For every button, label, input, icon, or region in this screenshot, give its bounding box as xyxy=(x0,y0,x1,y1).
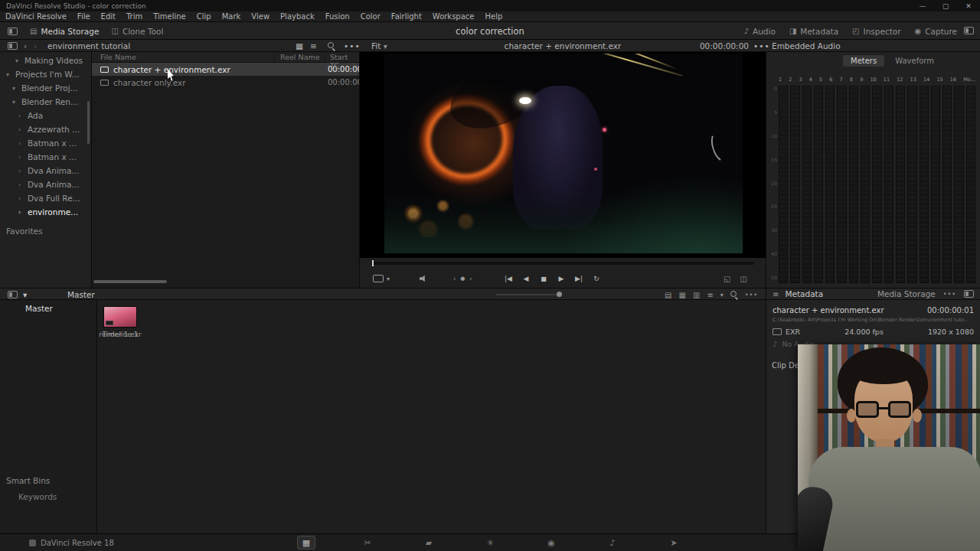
sidebar-item-master[interactable]: Master xyxy=(25,304,53,313)
viewer-scrubber[interactable] xyxy=(371,262,754,265)
bin-breadcrumb-master[interactable]: Master xyxy=(67,289,95,301)
page-media[interactable]: ▦ xyxy=(297,536,315,549)
menu-item[interactable]: Clip xyxy=(191,12,217,21)
pool-panel-toggle-icon[interactable] xyxy=(8,291,18,298)
bin-tree-item[interactable]: ▾ Making Videos xyxy=(0,54,91,67)
bin-tree-item[interactable]: › environme... xyxy=(0,205,91,219)
bin-tree-item[interactable]: › Azzewrath ... xyxy=(0,122,91,136)
stop-button[interactable]: ■ xyxy=(537,276,550,282)
list-view-icon[interactable]: ≡ xyxy=(310,40,317,52)
storage-overflow-menu[interactable]: ••• xyxy=(344,40,361,52)
page-deliver[interactable]: ➤ xyxy=(665,536,683,549)
file-row[interactable]: character + environment.exr 00:00:00:00 xyxy=(92,63,359,76)
menu-item[interactable]: Trim xyxy=(121,12,148,21)
speaker-icon[interactable] xyxy=(420,275,428,282)
menu-item[interactable]: DaVinci Resolve xyxy=(0,12,72,21)
breadcrumb-back-button[interactable]: ‹ xyxy=(24,40,27,52)
jog-left-icon[interactable]: ‹ xyxy=(453,276,456,282)
page-color[interactable]: ◉ xyxy=(542,536,560,549)
window-maximize-button[interactable]: ▢ xyxy=(934,2,957,10)
page-fairlight[interactable]: ♪ xyxy=(603,536,622,549)
inspector-panel-toggle[interactable]: ◰ Inspector xyxy=(852,27,900,36)
panel-toggle-icon[interactable] xyxy=(8,28,18,35)
search-icon[interactable] xyxy=(730,291,738,298)
tab-meters[interactable]: Meters xyxy=(843,55,884,67)
media-storage-toggle[interactable]: ▤ Media Storage xyxy=(30,27,99,36)
page-fusion[interactable]: ✳ xyxy=(481,536,499,549)
horizontal-scrollbar[interactable] xyxy=(93,280,167,283)
tree-chevron-icon[interactable]: › xyxy=(18,195,24,202)
tree-chevron-icon[interactable]: › xyxy=(18,112,24,119)
metadata-title[interactable]: Metadata xyxy=(785,289,823,298)
chevron-down-icon[interactable]: ▾ xyxy=(720,292,724,298)
tab-waveform[interactable]: Waveform xyxy=(887,55,942,67)
menu-item[interactable]: Fusion xyxy=(320,12,355,21)
tree-chevron-icon[interactable]: › xyxy=(18,154,24,161)
column-header-reel-name[interactable]: Reel Name xyxy=(280,53,320,61)
metadata-view-icon[interactable]: ▥ xyxy=(693,291,700,299)
bin-tree-item[interactable]: › Batman x ... xyxy=(0,150,91,164)
page-cut[interactable]: ✂ xyxy=(358,536,377,549)
zoom-slider[interactable] xyxy=(496,294,562,295)
column-header-file-name[interactable]: File Name xyxy=(100,53,136,61)
bin-tree-item[interactable]: › Dva Full Re... xyxy=(0,191,91,205)
zoom-slider-knob[interactable] xyxy=(557,292,562,297)
viewer-overflow-menu[interactable]: ••• xyxy=(753,40,770,52)
chevron-down-icon[interactable]: ▾ xyxy=(23,289,27,301)
keywords-label[interactable]: Keywords xyxy=(18,492,57,501)
thumbnail-view-icon[interactable]: ▦ xyxy=(679,291,686,299)
loop-button[interactable]: ↻ xyxy=(590,275,603,282)
last-frame-button[interactable]: ▶| xyxy=(573,275,585,282)
menu-item[interactable]: Color xyxy=(355,12,386,21)
bin-tree-item[interactable]: ▾ Blender Proj... xyxy=(0,81,91,95)
grid-view-icon[interactable]: ▦ xyxy=(296,40,303,52)
tree-chevron-icon[interactable]: › xyxy=(18,126,24,133)
tree-chevron-icon[interactable]: › xyxy=(18,181,24,188)
tree-chevron-icon[interactable]: ▾ xyxy=(6,71,12,78)
tree-chevron-icon[interactable]: › xyxy=(18,168,24,174)
menu-item[interactable]: View xyxy=(246,12,275,21)
file-row[interactable]: character only.exr 00:00:00:00 xyxy=(92,76,359,89)
right-panel-toggle-icon[interactable] xyxy=(964,27,974,34)
tree-chevron-icon[interactable]: › xyxy=(18,209,24,216)
menu-item[interactable]: Workspace xyxy=(427,12,480,21)
column-header-start-tc[interactable]: Start TC xyxy=(330,53,359,70)
play-button[interactable]: ▶ xyxy=(555,275,567,282)
capture-panel-toggle[interactable]: ◉ Capture xyxy=(915,27,957,36)
audio-panel-toggle[interactable]: ♪ Audio xyxy=(744,27,776,36)
metadata-panel-toggle-icon[interactable] xyxy=(964,290,974,298)
bin-tree-item[interactable]: › Dva Anima... xyxy=(0,178,91,191)
menu-item[interactable]: Fairlight xyxy=(386,12,427,21)
favorites-label[interactable]: Favorites xyxy=(6,227,42,236)
step-back-button[interactable]: ◀ xyxy=(520,275,532,282)
smart-bins-label[interactable]: Smart Bins xyxy=(6,476,50,485)
breadcrumb-forward-button[interactable]: › xyxy=(34,40,37,52)
menu-item[interactable]: Edit xyxy=(96,12,121,21)
tab-media-storage[interactable]: Media Storage xyxy=(877,289,936,298)
menu-item[interactable]: Help xyxy=(480,12,508,21)
source-clip-dropdown[interactable]: ▾ xyxy=(373,271,390,286)
menu-item[interactable]: File xyxy=(72,12,96,21)
tree-chevron-icon[interactable]: ▾ xyxy=(12,85,18,92)
metadata-overflow-menu[interactable]: ••• xyxy=(943,291,956,298)
tree-scrollbar[interactable] xyxy=(87,101,90,144)
bin-tree-item[interactable]: ▾ Blender Ren... xyxy=(0,95,91,109)
tree-chevron-icon[interactable]: ▾ xyxy=(12,99,18,106)
menu-item[interactable]: Playback xyxy=(275,12,320,21)
tree-chevron-icon[interactable]: › xyxy=(18,140,24,147)
menu-item[interactable]: Timeline xyxy=(148,12,191,21)
pool-overflow-menu[interactable]: ••• xyxy=(745,292,758,298)
bin-tree-item[interactable]: › Dva Anima... xyxy=(0,164,91,178)
fit-dropdown[interactable]: Fit ▾ xyxy=(371,40,387,52)
storage-panel-toggle-icon[interactable] xyxy=(8,42,18,50)
tree-chevron-icon[interactable]: ▾ xyxy=(15,57,21,64)
page-edit[interactable]: ▰ xyxy=(420,536,438,549)
window-close-button[interactable]: ✕ xyxy=(957,2,980,10)
metadata-panel-toggle[interactable]: ◨ Metadata xyxy=(789,27,838,36)
video-frame[interactable] xyxy=(360,52,766,258)
window-minimize-button[interactable]: — xyxy=(911,2,934,10)
playhead[interactable] xyxy=(372,260,374,266)
first-frame-button[interactable]: |◀ xyxy=(502,275,514,282)
bin-tree-item[interactable]: › Batman x ... xyxy=(0,136,91,150)
clone-tool-toggle[interactable]: ◫ Clone Tool xyxy=(111,27,163,36)
